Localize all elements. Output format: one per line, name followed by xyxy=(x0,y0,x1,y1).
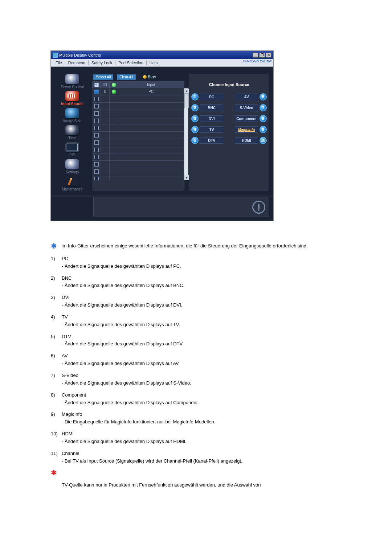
table-row[interactable] xyxy=(92,175,184,180)
list-item: 1)PC- Ändert die Signalquelle des gewähl… xyxy=(51,255,341,270)
list-title: MagicInfo xyxy=(62,411,215,418)
busy-label: Busy xyxy=(148,75,156,79)
restore-button[interactable]: ❐ xyxy=(259,53,265,58)
scroll-thumb[interactable] xyxy=(184,94,189,108)
list-item: 3)DVI- Ändert die Signalquelle des gewäh… xyxy=(51,294,341,309)
sidebar-item-input-source[interactable]: Input Source xyxy=(58,91,87,106)
list-title: BNC xyxy=(62,275,184,282)
row-checkbox[interactable] xyxy=(94,126,99,130)
table-row[interactable]: 0 PC xyxy=(92,88,184,95)
source-hdmi-button[interactable]: HDMI xyxy=(235,137,258,144)
menu-file[interactable]: File xyxy=(53,61,65,65)
header-checkbox[interactable] xyxy=(94,83,99,87)
list-number: 7) xyxy=(51,372,62,387)
close-button[interactable]: ✕ xyxy=(266,53,271,58)
list-desc: - Ändert die Signalquelle des gewählten … xyxy=(62,341,184,348)
sidebar-item-image-size[interactable]: Image Size xyxy=(58,108,87,123)
source-dtv-button[interactable]: DTV xyxy=(200,137,223,144)
time-icon xyxy=(65,125,79,135)
table-row[interactable] xyxy=(92,103,184,110)
row-checkbox[interactable] xyxy=(94,177,99,181)
list-number: 2) xyxy=(51,275,62,290)
row-checkbox[interactable] xyxy=(94,162,99,167)
table-row[interactable] xyxy=(92,146,184,153)
callout-1: 1 xyxy=(191,93,199,100)
list-desc: - Ändert die Signalquelle des gewählten … xyxy=(62,282,184,289)
table-row[interactable] xyxy=(92,168,184,175)
grid-body: 0 PC xyxy=(92,88,184,180)
row-select-icon[interactable] xyxy=(94,90,99,94)
sidebar-item-time[interactable]: Time xyxy=(58,125,87,140)
row-checkbox[interactable] xyxy=(94,133,99,138)
doc-list: 1)PC- Ändert die Signalquelle des gewähl… xyxy=(51,255,341,465)
sidebar-label-time: Time xyxy=(58,136,87,140)
source-component-button[interactable]: Component xyxy=(235,115,258,122)
pip-icon xyxy=(65,142,79,152)
menu-safety-lock[interactable]: Safety Lock xyxy=(89,61,115,65)
list-desc: - Ändert die Signalquelle des gewählten … xyxy=(62,380,191,387)
table-row[interactable] xyxy=(92,161,184,168)
power-icon xyxy=(65,74,79,84)
menu-remocon[interactable]: Remocon xyxy=(65,61,88,65)
select-all-button[interactable]: Select All xyxy=(93,74,113,80)
sidebar-item-power[interactable]: Power Control xyxy=(58,74,87,89)
input-source-panel: Choose Input Source 1PC AV6 2BNC S-Video… xyxy=(189,74,269,191)
list-desc: - Ändert die Signalquelle des gewählten … xyxy=(62,302,182,309)
list-title: S-Video xyxy=(62,372,191,379)
row-checkbox[interactable] xyxy=(94,111,99,116)
list-number: 11) xyxy=(51,450,62,465)
table-row[interactable] xyxy=(92,95,184,103)
menu-port-selection[interactable]: Port Selection xyxy=(115,61,146,65)
table-row[interactable] xyxy=(92,132,184,139)
sidebar-item-pip[interactable]: PIP xyxy=(58,142,87,157)
list-desc: - Die Eingabequelle für MagicInfo funkti… xyxy=(62,419,215,426)
alert-icon xyxy=(252,201,265,214)
table-row[interactable] xyxy=(92,153,184,161)
callout-9: 9 xyxy=(260,126,267,133)
list-item: 5)DTV- Ändert die Signalquelle des gewäh… xyxy=(51,333,341,348)
row-status-icon xyxy=(112,90,116,94)
menu-help[interactable]: Help xyxy=(147,61,161,65)
titlebar: Multiple Display Control _ ❐ ✕ xyxy=(51,51,273,59)
source-tv-button[interactable]: TV xyxy=(200,126,223,133)
sidebar-item-maintenance[interactable]: Maintenance xyxy=(58,176,87,191)
clear-all-button[interactable]: Clear All xyxy=(117,74,135,80)
row-id: 0 xyxy=(101,88,110,95)
source-dvi-button[interactable]: DVI xyxy=(200,115,223,122)
row-checkbox[interactable] xyxy=(94,140,99,145)
row-checkbox[interactable] xyxy=(94,169,99,174)
scroll-down-button[interactable]: ▼ xyxy=(184,175,189,180)
source-magicinfo-button[interactable]: MagicInfo xyxy=(235,126,258,133)
row-checkbox[interactable] xyxy=(94,104,99,108)
scrollbar[interactable]: ▲ ▼ xyxy=(184,88,188,180)
display-grid: ID Input 0 PC xyxy=(92,81,184,191)
settings-icon xyxy=(65,159,79,169)
sidebar-item-settings[interactable]: Settings xyxy=(58,159,87,174)
table-row[interactable] xyxy=(92,124,184,132)
source-av-button[interactable]: AV xyxy=(235,94,258,100)
table-row[interactable] xyxy=(92,139,184,146)
table-row[interactable] xyxy=(92,117,184,124)
row-checkbox[interactable] xyxy=(94,119,99,123)
row-checkbox[interactable] xyxy=(94,97,99,101)
source-svideo-button[interactable]: S-Video xyxy=(235,104,258,111)
list-item: 7)S-Video- Ändert die Signalquelle des g… xyxy=(51,372,341,387)
source-pc-button[interactable]: PC xyxy=(200,94,223,100)
list-item: 8)Component- Ändert die Signalquelle des… xyxy=(51,392,341,406)
document-body: ✱ Im Info-Gitter erscheinen einige wesen… xyxy=(51,243,341,489)
panel-title: Choose Input Source xyxy=(191,82,267,87)
row-checkbox[interactable] xyxy=(94,148,99,152)
list-title: Channel xyxy=(62,450,242,457)
list-title: AV xyxy=(62,353,180,360)
list-title: TV xyxy=(62,314,180,321)
list-item: 10)HDMI- Ändert die Signalquelle des gew… xyxy=(51,431,341,445)
source-bnc-button[interactable]: BNC xyxy=(200,104,223,111)
list-item: 4)TV- Ändert die Signalquelle des gewähl… xyxy=(51,314,341,328)
scroll-up-button[interactable]: ▲ xyxy=(184,89,189,94)
row-checkbox[interactable] xyxy=(94,155,99,159)
list-desc: - Ändert die Signalquelle des gewählten … xyxy=(62,321,180,328)
table-row[interactable] xyxy=(92,110,184,117)
minimize-button[interactable]: _ xyxy=(253,53,258,58)
list-number: 10) xyxy=(51,431,62,445)
list-item: 2)BNC- Ändert die Signalquelle des gewäh… xyxy=(51,275,341,290)
